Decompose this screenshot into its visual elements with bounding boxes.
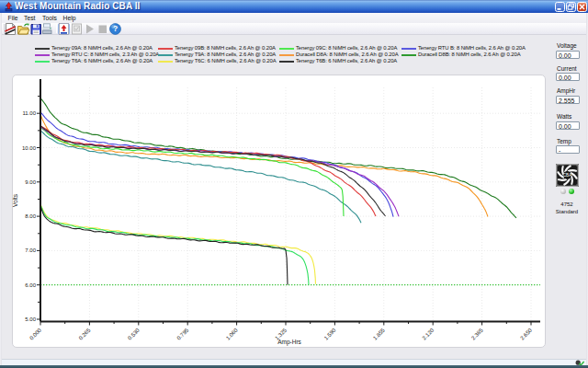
svg-text:11.00: 11.00 [22, 110, 36, 116]
svg-text:Amp-Hrs: Amp-Hrs [277, 339, 301, 346]
svg-text:9.00: 9.00 [25, 179, 36, 185]
svg-text:2.120: 2.120 [421, 327, 435, 340]
svg-text:2.650: 2.650 [519, 327, 533, 340]
svg-text:2.385: 2.385 [470, 327, 484, 340]
svg-text:0.795: 0.795 [175, 327, 189, 340]
svg-text:1.590: 1.590 [323, 327, 337, 340]
svg-text:CBA: CBA [563, 173, 572, 178]
svg-text:6.00: 6.00 [25, 282, 36, 288]
svg-text:Volts: Volts [12, 193, 18, 207]
svg-text:1.060: 1.060 [225, 327, 239, 340]
svg-text:8.00: 8.00 [25, 213, 36, 219]
svg-text:1.855: 1.855 [372, 327, 386, 340]
svg-text:5.00: 5.00 [25, 316, 36, 322]
svg-text:?: ? [113, 24, 118, 33]
svg-text:10.00: 10.00 [22, 145, 37, 151]
svg-text:0.530: 0.530 [127, 327, 141, 340]
svg-text:7.00: 7.00 [25, 247, 36, 253]
svg-text:0.000: 0.000 [28, 327, 42, 340]
svg-text:0.265: 0.265 [78, 327, 92, 340]
